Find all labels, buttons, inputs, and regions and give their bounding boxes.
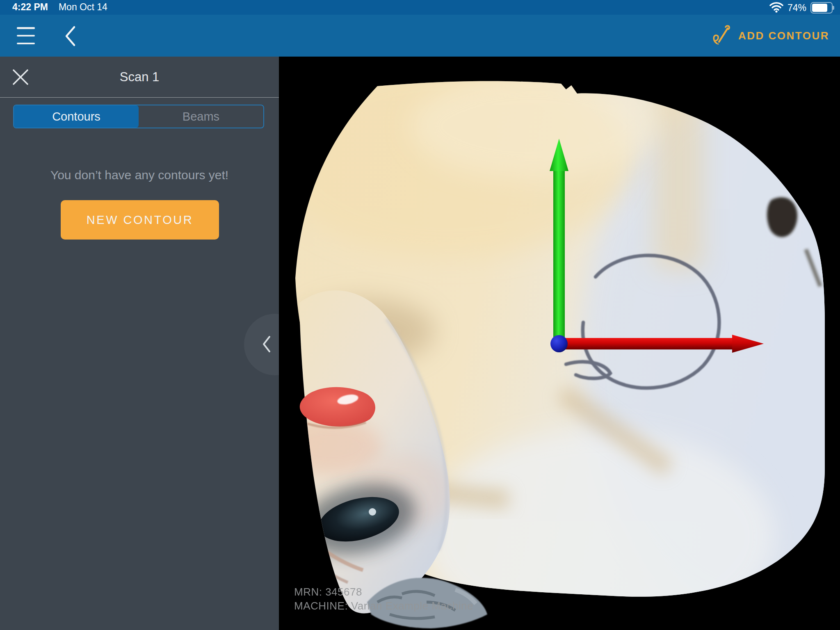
origin-marker [550,335,568,352]
app-screen: 4:22 PM Mon Oct 14 74% [0,0,840,630]
add-contour-label: ADD CONTOUR [738,30,829,42]
tab-contours[interactable]: Contours [14,105,139,128]
new-contour-button[interactable]: NEW CONTOUR [61,200,219,240]
scan-metadata-overlay: MRN: 345678 MACHINE: Varian Example Mach… [294,585,473,613]
status-bar: 4:22 PM Mon Oct 14 74% [0,0,840,15]
sidebar-panel: Scan 1 Contours Beams You don’t have any… [0,57,279,630]
wifi-icon [769,1,783,14]
x-axis-shaft [559,338,733,349]
machine-label: MACHINE: Varian Example Machine [294,599,473,613]
tab-beams[interactable]: Beams [139,105,263,128]
status-date: Mon Oct 14 [59,2,107,13]
battery-icon [810,2,833,14]
chevron-left-icon [262,335,271,354]
y-axis-shaft [553,170,565,344]
nav-bar: ADD CONTOUR [0,15,840,57]
head-scan-render [279,57,840,630]
collapse-sidebar-handle[interactable] [244,314,279,375]
scan-title: Scan 1 [0,57,279,97]
sidebar-header: Scan 1 [0,57,279,98]
empty-contours-message: You don’t have any contours yet! [0,168,279,182]
add-contour-button[interactable]: ADD CONTOUR [712,24,829,48]
scan-3d-viewport[interactable]: MRN: 345678 MACHINE: Varian Example Mach… [279,57,840,630]
mrn-label: MRN: 345678 [294,585,473,599]
back-icon[interactable] [62,25,80,47]
contours-beams-tab-group: Contours Beams [13,105,264,128]
add-contour-pencil-icon [712,24,732,48]
status-time: 4:22 PM [12,2,48,13]
battery-percent: 74% [788,2,806,14]
hamburger-menu-icon[interactable] [16,27,35,44]
